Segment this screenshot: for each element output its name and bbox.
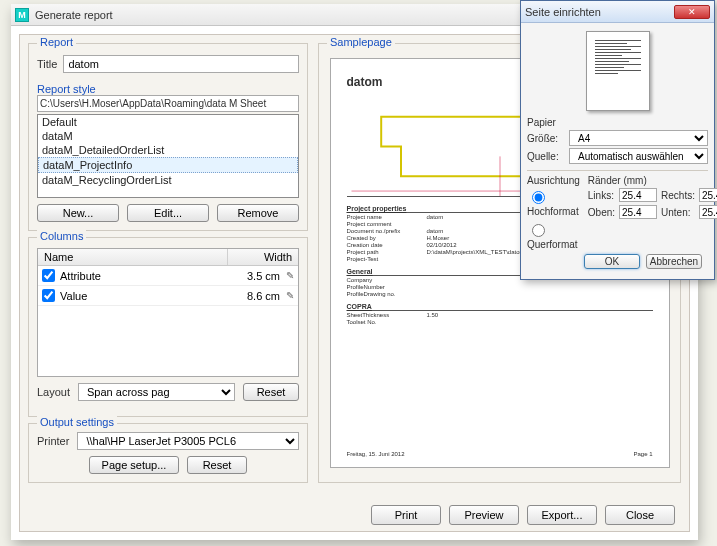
- columns-reset-button[interactable]: Reset: [243, 383, 299, 401]
- new-style-button[interactable]: New...: [37, 204, 119, 222]
- close-button[interactable]: Close: [605, 505, 675, 525]
- style-list[interactable]: Default dataM dataM_DetailedOrderList da…: [37, 114, 299, 198]
- margin-bottom-input[interactable]: [699, 205, 717, 219]
- ok-button[interactable]: OK: [584, 254, 640, 269]
- layout-label: Layout: [37, 386, 70, 398]
- sample-footer-page: Page 1: [633, 451, 652, 457]
- paper-size-select[interactable]: A4: [569, 130, 708, 146]
- report-style-legend: Report style: [37, 83, 96, 95]
- columns-legend: Columns: [37, 230, 86, 242]
- portrait-radio[interactable]: [532, 191, 545, 204]
- col-header-name[interactable]: Name: [38, 249, 228, 265]
- style-item-detailed[interactable]: dataM_DetailedOrderList: [38, 143, 298, 157]
- col-name: Value: [58, 288, 226, 304]
- margin-bottom-label: Unten:: [661, 207, 695, 218]
- orientation-legend: Ausrichtung: [527, 175, 580, 186]
- cancel-button[interactable]: Abbrechen: [646, 254, 702, 269]
- preview-button[interactable]: Preview: [449, 505, 519, 525]
- paper-size-label: Größe:: [527, 133, 565, 144]
- printer-label: Printer: [37, 435, 69, 447]
- output-reset-button[interactable]: Reset: [187, 456, 247, 474]
- margin-top-label: Oben:: [588, 207, 615, 218]
- paper-source-label: Quelle:: [527, 151, 565, 162]
- close-icon[interactable]: ✕: [674, 5, 710, 19]
- style-item-projectinfo[interactable]: dataM_ProjectInfo: [38, 157, 298, 173]
- page-setup-button[interactable]: Page setup...: [89, 456, 179, 474]
- app-icon: M: [15, 8, 29, 22]
- print-button[interactable]: Print: [371, 505, 441, 525]
- col-check-attribute[interactable]: [42, 269, 55, 282]
- landscape-radio[interactable]: [532, 224, 545, 237]
- title-input[interactable]: [63, 55, 299, 73]
- col-width: 8.6 cm: [226, 288, 282, 304]
- portrait-radio-label[interactable]: Hochformat: [527, 188, 580, 217]
- sample-legend: Samplepage: [327, 36, 395, 48]
- remove-style-button[interactable]: Remove: [217, 204, 299, 222]
- page-setup-titlebar: Seite einrichten ✕: [521, 1, 714, 23]
- window-title: Generate report: [35, 9, 113, 21]
- margins-legend: Ränder (mm): [588, 175, 717, 186]
- report-legend: Report: [37, 36, 76, 48]
- table-row[interactable]: Value 8.6 cm ✎: [38, 286, 298, 306]
- bottom-button-bar: Print Preview Export... Close: [371, 505, 675, 525]
- style-item-datam[interactable]: dataM: [38, 129, 298, 143]
- col-width: 3.5 cm: [226, 268, 282, 284]
- report-group: Report Title Report style C:\Users\H.Mos…: [28, 43, 308, 231]
- columns-table: Name Width Attribute 3.5 cm ✎ Value: [37, 248, 299, 377]
- margin-right-input[interactable]: [699, 188, 717, 202]
- edit-icon[interactable]: ✎: [282, 290, 298, 301]
- layout-select[interactable]: Span across pag: [78, 383, 235, 401]
- output-group: Output settings Printer \\hal\HP LaserJe…: [28, 423, 308, 483]
- output-legend: Output settings: [37, 416, 117, 428]
- printer-select[interactable]: \\hal\HP LaserJet P3005 PCL6: [77, 432, 299, 450]
- page-preview-icon: [586, 31, 650, 111]
- edit-style-button[interactable]: Edit...: [127, 204, 209, 222]
- margin-top-input[interactable]: [619, 205, 657, 219]
- title-label: Title: [37, 58, 57, 70]
- export-button[interactable]: Export...: [527, 505, 597, 525]
- style-item-default[interactable]: Default: [38, 115, 298, 129]
- margin-left-label: Links:: [588, 190, 615, 201]
- margin-right-label: Rechts:: [661, 190, 695, 201]
- table-row[interactable]: Attribute 3.5 cm ✎: [38, 266, 298, 286]
- col-name: Attribute: [58, 268, 226, 284]
- page-setup-dialog: Seite einrichten ✕ Papier Größe: A4 Quel…: [520, 0, 715, 280]
- paper-legend: Papier: [527, 117, 708, 128]
- sample-footer-date: Freitag, 15. Juni 2012: [347, 451, 405, 457]
- paper-source-select[interactable]: Automatisch auswählen: [569, 148, 708, 164]
- col-header-width[interactable]: Width: [228, 249, 298, 265]
- col-check-value[interactable]: [42, 289, 55, 302]
- page-setup-title: Seite einrichten: [525, 6, 601, 18]
- landscape-radio-label[interactable]: Querformat: [527, 221, 580, 250]
- style-item-recycling[interactable]: dataM_RecyclingOrderList: [38, 173, 298, 187]
- columns-group: Columns Name Width Attribute 3.5 cm ✎: [28, 237, 308, 417]
- style-path: C:\Users\H.Moser\AppData\Roaming\data M …: [37, 95, 299, 112]
- section-copra: COPRA: [347, 303, 653, 311]
- edit-icon[interactable]: ✎: [282, 270, 298, 281]
- margin-left-input[interactable]: [619, 188, 657, 202]
